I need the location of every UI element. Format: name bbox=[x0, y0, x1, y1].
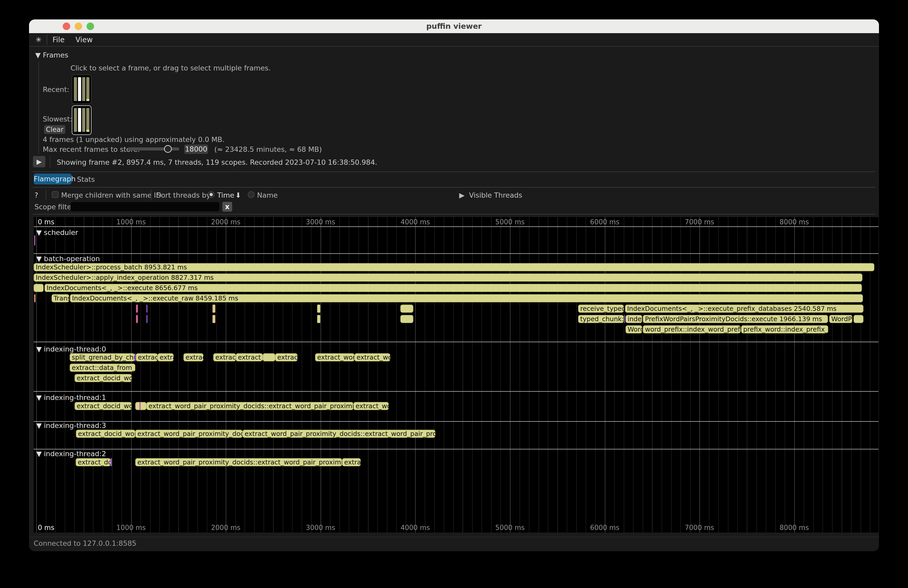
clear-button[interactable]: Clear bbox=[44, 125, 65, 134]
thread-header-scheduler[interactable]: ▼ scheduler bbox=[36, 228, 78, 236]
sort-direction-icon[interactable]: ⬇ bbox=[235, 191, 241, 199]
flamegraph-span[interactable] bbox=[135, 353, 135, 361]
menu-view[interactable]: View bbox=[76, 35, 92, 44]
flamegraph-span[interactable]: extract::data_from_ob bbox=[70, 364, 135, 372]
theme-toggle-icon[interactable]: ✳ bbox=[35, 35, 42, 44]
frame-thumbnail-bar[interactable] bbox=[74, 77, 77, 101]
flamegraph-span[interactable] bbox=[111, 458, 112, 466]
flamegraph-span[interactable]: extract_docid_wor bbox=[75, 374, 132, 382]
flamegraph-span[interactable]: extra bbox=[158, 353, 174, 361]
connection-status: Connected to 127.0.0.1:8585 bbox=[34, 539, 136, 547]
sort-name-label[interactable]: Name bbox=[257, 191, 278, 199]
flamegraph-span[interactable] bbox=[317, 305, 320, 313]
flamegraph-span[interactable] bbox=[34, 284, 43, 292]
help-button[interactable]: ? bbox=[34, 191, 38, 199]
flamegraph-span[interactable]: Trans bbox=[52, 294, 69, 302]
flamegraph-span[interactable]: IndexDocuments<_, _>::execute_raw 8459.1… bbox=[70, 294, 863, 302]
flamegraph-span[interactable]: IndexScheduler>::apply_index_operation 8… bbox=[34, 273, 862, 281]
controls-divider-2 bbox=[151, 190, 151, 200]
flamegraph-span[interactable]: WordPr bbox=[829, 315, 852, 323]
flamegraph-span[interactable] bbox=[263, 353, 275, 361]
merge-children-checkbox[interactable] bbox=[52, 191, 59, 198]
frame-thumbnail-bar[interactable] bbox=[86, 77, 89, 101]
flamegraph-span[interactable] bbox=[34, 294, 35, 302]
flamegraph-span[interactable]: extract_word_pair_proximity_docids::extr… bbox=[243, 430, 435, 438]
flamegraph-span[interactable]: Word bbox=[626, 325, 642, 333]
flamegraph-span[interactable] bbox=[147, 305, 147, 313]
flamegraph-span[interactable]: extract_word_pair_proximity_docids bbox=[135, 430, 243, 438]
max-frames-slider-knob[interactable] bbox=[164, 145, 172, 153]
flamegraph-span[interactable] bbox=[624, 315, 625, 323]
flamegraph-span[interactable]: extract_docid_word bbox=[75, 402, 132, 410]
flamegraph-span[interactable]: extract_docid_word bbox=[76, 430, 135, 438]
flamegraph-span[interactable]: extract_word bbox=[315, 353, 354, 361]
flamegraph-span[interactable]: extract_doc bbox=[76, 458, 111, 466]
thread-header-batch-operation[interactable]: ▼ batch-operation bbox=[36, 255, 100, 263]
flamegraph-span[interactable]: IndexDocuments<_, _>::execute_prefix_dat… bbox=[625, 305, 863, 313]
play-button[interactable]: ▶ bbox=[33, 156, 45, 167]
flamegraph-span[interactable]: IndexScheduler>::process_batch 8953.821 … bbox=[34, 263, 874, 271]
sort-time-radio[interactable] bbox=[208, 191, 214, 198]
flamegraph-span[interactable]: typed_chunk::w bbox=[578, 315, 624, 323]
tab-stats[interactable]: Stats bbox=[77, 175, 95, 183]
flamegraph-span[interactable] bbox=[147, 315, 147, 323]
flamegraph-span[interactable]: split_grenad_by_chun bbox=[70, 353, 135, 361]
frame-thumbnail-bar[interactable] bbox=[86, 108, 89, 132]
app-window: puffin viewer ✳ File View ▼ Frames Click… bbox=[29, 19, 879, 551]
flamegraph-span[interactable] bbox=[135, 402, 147, 410]
flamegraph-span[interactable]: extrac bbox=[184, 353, 203, 361]
flamegraph-span[interactable]: index bbox=[626, 315, 642, 323]
scope-filter-clear-button[interactable]: x bbox=[222, 202, 232, 212]
menu-file[interactable]: File bbox=[52, 35, 64, 44]
frames-collapse-header[interactable]: ▼ Frames bbox=[35, 51, 68, 59]
flamegraph-span[interactable]: receive_typed_ bbox=[578, 305, 624, 313]
flamegraph-span[interactable]: extract_word_pair_proximity_docids::extr… bbox=[147, 402, 353, 410]
flamegraph-span[interactable]: IndexDocuments<_, _>::execute 8656.677 m… bbox=[45, 284, 862, 292]
section-separator bbox=[34, 421, 879, 422]
merge-children-label[interactable]: Merge children with same ID bbox=[61, 191, 161, 199]
sort-name-radio[interactable] bbox=[248, 191, 254, 198]
flamegraph-span[interactable] bbox=[400, 315, 413, 323]
sort-time-label[interactable]: Time bbox=[217, 191, 234, 199]
axis-tick-label: 8000 ms bbox=[779, 524, 809, 532]
frame-thumbnail-bar[interactable] bbox=[78, 108, 81, 132]
flamegraph-span[interactable] bbox=[136, 315, 138, 323]
frame-thumbnail-bar[interactable] bbox=[78, 77, 81, 101]
thread-header-indexing-thread:1[interactable]: ▼ indexing-thread:1 bbox=[36, 394, 106, 402]
flamegraph-span[interactable]: extrac bbox=[342, 458, 361, 466]
filter-divider bbox=[33, 214, 875, 214]
flamegraph-span[interactable]: extract_wo bbox=[353, 402, 389, 410]
flamegraph-span[interactable]: extract bbox=[136, 353, 158, 361]
recent-frames-thumbnail[interactable] bbox=[72, 75, 92, 104]
flamegraph-span[interactable]: extract_ bbox=[236, 353, 263, 361]
frame-thumbnail-bar[interactable] bbox=[82, 77, 85, 101]
flamegraph-span[interactable]: word_prefix::index_word_prefix_ bbox=[643, 325, 741, 333]
flamegraph-canvas[interactable]: 0 ms0 ms1000 ms1000 ms2000 ms2000 ms3000… bbox=[34, 217, 879, 533]
flamegraph-span[interactable] bbox=[34, 235, 35, 246]
flamegraph-span[interactable]: extract_ bbox=[213, 353, 236, 361]
flamegraph-span[interactable]: prefix_word::index_prefix_wo bbox=[741, 325, 828, 333]
flamegraph-span[interactable]: extract_word_pair_proximity_docids::extr… bbox=[135, 458, 342, 466]
scope-filter-input[interactable] bbox=[71, 202, 219, 211]
thread-header-indexing-thread:3[interactable]: ▼ indexing-thread:3 bbox=[36, 421, 106, 429]
flamegraph-span[interactable] bbox=[213, 305, 215, 313]
flamegraph-span[interactable] bbox=[139, 402, 141, 410]
frame-thumbnail-bar[interactable] bbox=[74, 108, 77, 132]
flamegraph-span[interactable] bbox=[213, 315, 215, 323]
frame-thumbnail-bar[interactable] bbox=[82, 108, 85, 132]
flamegraph-span[interactable]: PrefixWordPairsProximityDocids::execute … bbox=[643, 315, 828, 323]
flamegraph-span[interactable]: extract bbox=[275, 353, 298, 361]
slowest-frames-thumbnail[interactable] bbox=[72, 105, 92, 135]
section-separator bbox=[34, 342, 879, 342]
tab-flamegraph[interactable]: Flamegraph bbox=[34, 174, 71, 185]
flamegraph-span[interactable]: extract_wo bbox=[354, 353, 390, 361]
flamegraph-span[interactable] bbox=[400, 305, 413, 313]
visible-threads-collapse[interactable]: ▶ Visible Threads bbox=[459, 191, 522, 199]
flamegraph-span[interactable] bbox=[136, 305, 138, 313]
thread-header-indexing-thread:0[interactable]: ▼ indexing-thread:0 bbox=[36, 345, 106, 353]
flamegraph-span[interactable] bbox=[317, 315, 320, 323]
max-frames-value[interactable]: 18000 bbox=[184, 145, 208, 154]
flamegraph-span[interactable] bbox=[853, 315, 863, 323]
frame-thumbnail-bar-tip bbox=[86, 130, 89, 132]
thread-header-indexing-thread:2[interactable]: ▼ indexing-thread:2 bbox=[36, 450, 106, 458]
